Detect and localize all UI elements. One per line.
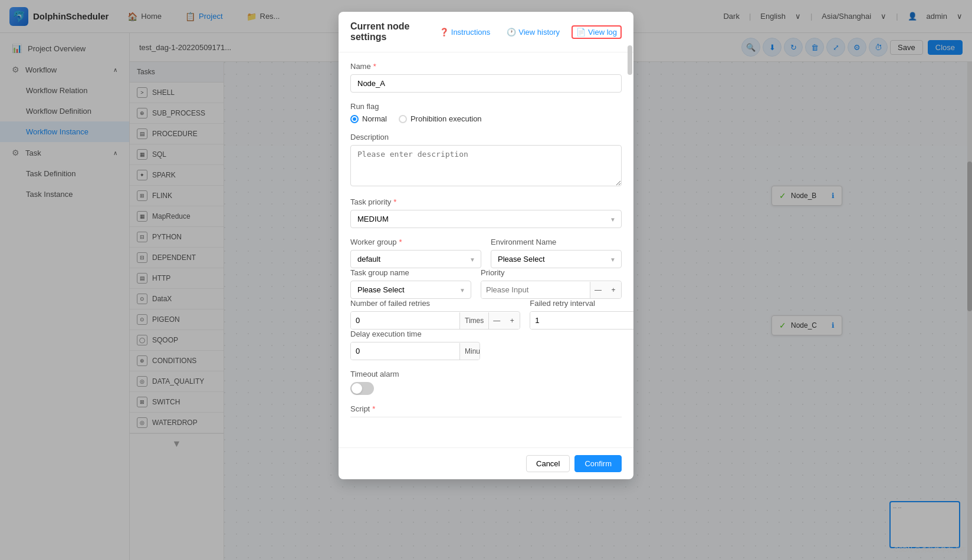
failed-retries-increase-btn[interactable]: + (504, 312, 520, 329)
description-textarea[interactable] (350, 145, 622, 186)
task-group-priority-row: Task group name Please Select ▼ Priority… (350, 268, 622, 299)
task-group-name-label: Task group name (350, 268, 471, 277)
toggle-thumb (352, 383, 362, 394)
priority-decrease-btn[interactable]: — (590, 282, 606, 298)
name-label: Name * (350, 62, 622, 71)
radio-prohibition-label: Prohibition execution (411, 114, 482, 123)
task-priority-required: * (393, 197, 396, 206)
delay-execution-unit: Minute (459, 343, 480, 360)
dialog-footer: Cancel Confirm (339, 447, 633, 479)
failed-retries-label: Number of failed retries (350, 299, 520, 308)
run-flag-prohibition[interactable]: Prohibition execution (399, 114, 482, 123)
node-settings-dialog: Current node settings ❓ Instructions 🕐 V… (339, 12, 633, 479)
task-group-select[interactable]: Please Select (350, 281, 471, 299)
instructions-icon: ❓ (439, 28, 449, 37)
name-field-group: Name * (350, 62, 622, 93)
dialog-title: Current node settings (350, 21, 425, 42)
instructions-label: Instructions (451, 28, 490, 37)
task-priority-wrapper: MEDIUM ▼ (350, 210, 622, 228)
failed-retries-value[interactable] (351, 312, 459, 329)
environment-name-label: Environment Name (491, 238, 622, 246)
priority-increase-btn[interactable]: + (606, 282, 621, 298)
name-required-mark: * (373, 62, 376, 71)
worker-group-label: Worker group * (350, 238, 481, 246)
worker-group-required: * (399, 238, 402, 246)
task-priority-label: Task priority * (350, 197, 622, 206)
retry-interval-col: Failed retry interval Minute — + (530, 299, 633, 330)
watermark: CSDN @勇敢羊羊在飞奔 (894, 545, 966, 554)
task-priority-group: Task priority * MEDIUM ▼ (350, 197, 622, 228)
view-history-icon: 🕐 (507, 28, 516, 37)
failed-retries-unit: Times (459, 312, 488, 329)
environment-name-col: Environment Name Please Select ▼ (491, 238, 622, 268)
delay-execution-input: Minute — + (350, 342, 480, 360)
worker-group-col: Worker group * default ▼ (350, 238, 481, 268)
task-priority-select[interactable]: MEDIUM (350, 210, 622, 228)
timeout-alarm-toggle[interactable] (350, 382, 374, 395)
retries-row: Number of failed retries Times — + Faile… (350, 299, 622, 330)
failed-retries-decrease-btn[interactable]: — (489, 312, 504, 329)
confirm-button[interactable]: Confirm (574, 455, 622, 472)
priority-controls: — + (590, 282, 621, 298)
name-input[interactable] (350, 74, 622, 93)
description-label: Description (350, 133, 622, 141)
dialog-header-actions: ❓ Instructions 🕐 View history 📄 View log (435, 25, 622, 39)
view-history-link[interactable]: 🕐 View history (502, 25, 564, 39)
dialog-header: Current node settings ❓ Instructions 🕐 V… (339, 12, 633, 52)
dialog-scroll-area: Name * Run flag Normal Prohibition execu… (339, 52, 633, 447)
script-label: Script * (350, 404, 622, 413)
failed-retries-input: Times — + (350, 311, 520, 330)
run-flag-radio-group: Normal Prohibition execution (350, 114, 622, 123)
failed-retries-controls: — + (488, 312, 520, 329)
worker-env-row: Worker group * default ▼ Environment Nam… (350, 238, 622, 268)
retry-interval-input: Minute — + (530, 311, 633, 330)
view-log-label: View log (588, 28, 617, 37)
script-required: * (372, 404, 375, 413)
priority-label: Priority (481, 268, 622, 277)
priority-input: — + (481, 281, 622, 299)
run-flag-label: Run flag (350, 102, 622, 111)
task-group-wrapper: Please Select ▼ (350, 281, 471, 299)
run-flag-normal[interactable]: Normal (350, 114, 387, 123)
delay-execution-label: Delay execution time (350, 330, 622, 338)
timeout-alarm-group: Timeout alarm (350, 370, 622, 395)
dialog-scrollbar-track (628, 45, 632, 446)
environment-name-select[interactable]: Please Select (491, 250, 622, 268)
priority-value-input[interactable] (481, 281, 590, 298)
view-log-link[interactable]: 📄 View log (572, 25, 622, 39)
failed-retries-col: Number of failed retries Times — + (350, 299, 520, 330)
script-group: Script * (350, 404, 622, 429)
run-flag-group: Run flag Normal Prohibition execution (350, 102, 622, 123)
instructions-link[interactable]: ❓ Instructions (435, 25, 495, 39)
environment-name-wrapper: Please Select ▼ (491, 250, 622, 268)
worker-group-select[interactable]: default (350, 250, 481, 268)
radio-normal-circle (350, 115, 359, 123)
view-history-label: View history (518, 28, 560, 37)
retry-interval-value[interactable] (530, 312, 633, 329)
worker-group-wrapper: default ▼ (350, 250, 481, 268)
delay-execution-group: Delay execution time Minute — + (350, 330, 622, 360)
delay-execution-value[interactable] (351, 342, 459, 360)
dialog-scrollbar-thumb (628, 45, 632, 75)
script-editor-placeholder (350, 417, 622, 429)
timeout-alarm-label: Timeout alarm (350, 370, 622, 378)
retry-interval-label: Failed retry interval (530, 299, 633, 308)
radio-normal-label: Normal (362, 114, 387, 123)
cancel-button[interactable]: Cancel (526, 455, 570, 472)
modal-overlay[interactable]: Current node settings ❓ Instructions 🕐 V… (0, 0, 972, 560)
view-log-icon: 📄 (576, 28, 586, 37)
priority-col: Priority — + (481, 268, 622, 299)
description-field-group: Description (350, 133, 622, 188)
task-group-col: Task group name Please Select ▼ (350, 268, 471, 299)
radio-prohibition-circle (399, 115, 407, 123)
